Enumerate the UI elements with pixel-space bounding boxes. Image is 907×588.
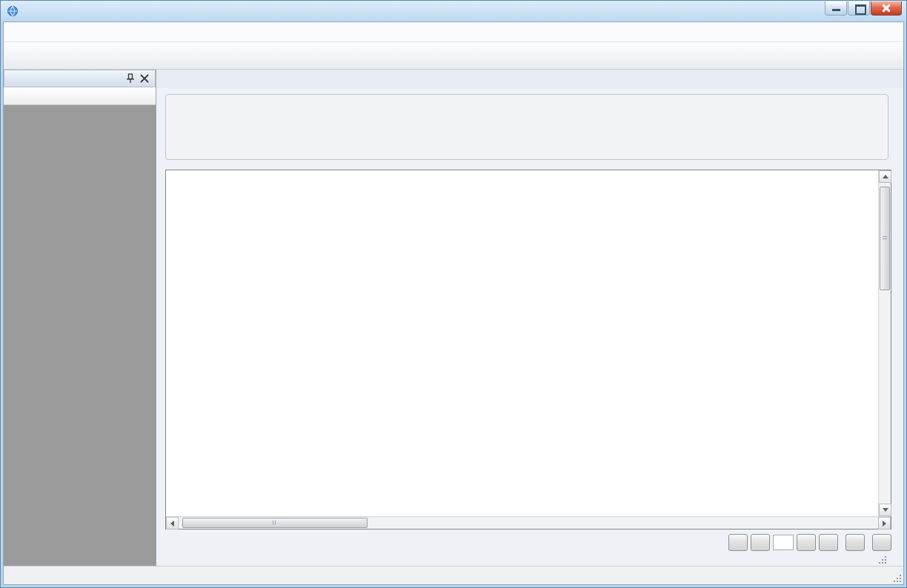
close-tab-icon[interactable]: [885, 74, 896, 85]
chevron-down-icon[interactable]: [868, 74, 879, 85]
resize-grip-icon[interactable]: [893, 574, 902, 583]
tool-window-panel: [4, 70, 156, 566]
scroll-right-button[interactable]: [878, 517, 891, 529]
minimize-button[interactable]: [825, 1, 847, 16]
app-logo-icon: [7, 5, 19, 17]
status-bar: [4, 566, 903, 584]
bottom-strip: [165, 555, 888, 566]
close-icon[interactable]: [139, 73, 150, 84]
tool-window-header: [4, 70, 156, 87]
app-frame: [3, 21, 904, 585]
page-number-input[interactable]: [773, 535, 794, 550]
pagination-bar: [165, 529, 891, 555]
window-controls: [824, 1, 902, 16]
app-window: [0, 0, 907, 588]
sidebar-group-title: [4, 87, 156, 105]
tab-page-content: [156, 88, 903, 566]
export-all-pages-button[interactable]: [872, 534, 891, 551]
tab-strip: [156, 70, 903, 88]
main-area: [156, 70, 903, 566]
export-current-page-button[interactable]: [845, 534, 865, 551]
last-page-button[interactable]: [819, 534, 838, 551]
vertical-scroll-thumb[interactable]: [880, 187, 890, 290]
close-button[interactable]: [871, 1, 902, 16]
title-bar: [1, 1, 906, 21]
horizontal-scrollbar[interactable]: [166, 516, 891, 529]
scroll-left-button[interactable]: [166, 517, 179, 529]
menu-bar: [4, 22, 903, 41]
data-grid-viewport: [166, 170, 878, 516]
pin-icon[interactable]: [124, 73, 136, 84]
horizontal-scroll-thumb[interactable]: [182, 518, 368, 528]
sidebar-items: [4, 105, 156, 566]
scroll-up-button[interactable]: [879, 170, 891, 183]
vertical-scrollbar[interactable]: [878, 170, 891, 516]
scroll-down-button[interactable]: [879, 504, 891, 516]
next-page-button[interactable]: [797, 534, 816, 551]
maximize-button[interactable]: [848, 1, 870, 16]
resize-grip-icon[interactable]: [878, 555, 887, 564]
search-form: [165, 94, 888, 160]
prev-page-button[interactable]: [751, 534, 770, 551]
data-grid: [165, 170, 891, 529]
main-toolbar: [4, 41, 903, 70]
first-page-button[interactable]: [728, 534, 748, 551]
body-row: [4, 70, 903, 566]
